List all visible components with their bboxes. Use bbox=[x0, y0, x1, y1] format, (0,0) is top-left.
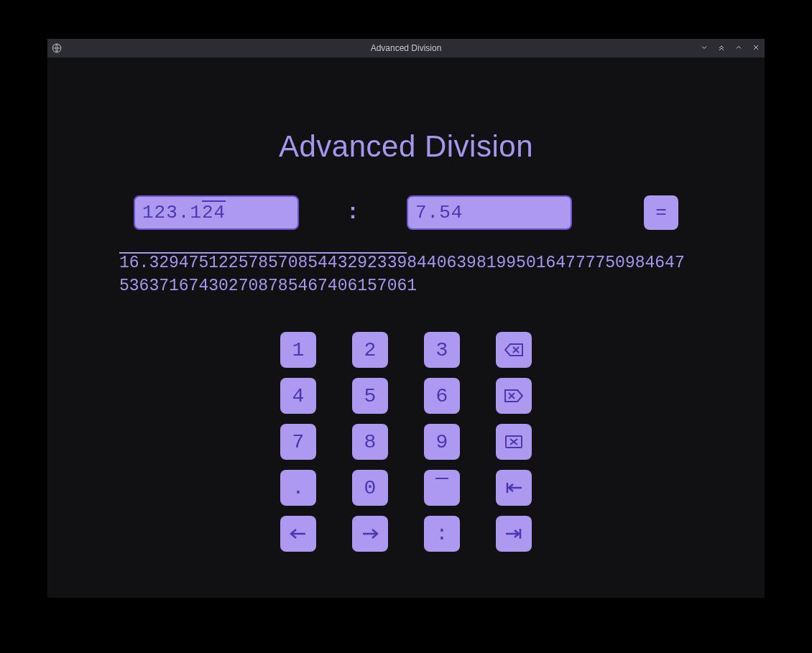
inputs-row: 123.124 : 7.54 = bbox=[47, 195, 765, 230]
window-maxstack-icon[interactable] bbox=[716, 43, 727, 54]
key-5[interactable]: 5 bbox=[352, 378, 388, 414]
result-area: 16.3294751225785708544329233984406398199… bbox=[119, 251, 693, 297]
key-home[interactable] bbox=[496, 470, 532, 506]
key-clear[interactable] bbox=[496, 424, 532, 460]
key-delete-forward[interactable] bbox=[496, 378, 532, 414]
keypad: 1 2 3 4 5 6 bbox=[47, 332, 765, 552]
app-window: Advanced Division Advanced Division 123.… bbox=[47, 39, 765, 598]
window-title: Advanced Division bbox=[47, 43, 765, 53]
key-1[interactable]: 1 bbox=[280, 332, 316, 368]
divisor-input[interactable]: 7.54 bbox=[407, 195, 572, 230]
divisor-value: 7.54 bbox=[415, 202, 463, 223]
key-4[interactable]: 4 bbox=[280, 378, 316, 414]
arrow-left-icon bbox=[289, 527, 308, 540]
key-3[interactable]: 3 bbox=[424, 332, 460, 368]
app-globe-icon bbox=[47, 43, 66, 53]
window-minimize-icon[interactable] bbox=[698, 43, 710, 54]
window-maximize-icon[interactable] bbox=[733, 43, 744, 54]
key-9[interactable]: 9 bbox=[424, 424, 460, 460]
titlebar: Advanced Division bbox=[47, 39, 765, 57]
key-7[interactable]: 7 bbox=[280, 424, 316, 460]
key-dot[interactable]: . bbox=[280, 470, 316, 506]
key-colon[interactable]: : bbox=[424, 516, 460, 552]
key-6[interactable]: 6 bbox=[424, 378, 460, 414]
clear-icon bbox=[504, 434, 524, 450]
dividend-period: 24 bbox=[202, 202, 226, 223]
backspace-icon bbox=[503, 341, 525, 358]
key-left[interactable] bbox=[280, 516, 316, 552]
arrow-right-icon bbox=[361, 527, 379, 540]
key-end[interactable] bbox=[496, 516, 532, 552]
arrow-end-icon bbox=[504, 527, 523, 540]
division-separator: : bbox=[299, 200, 407, 225]
page-title: Advanced Division bbox=[47, 57, 765, 164]
dividend-prefix: 123.1 bbox=[142, 202, 202, 223]
client-area: Advanced Division 123.124 : 7.54 = 16.32… bbox=[47, 57, 765, 598]
key-2[interactable]: 2 bbox=[352, 332, 388, 368]
key-right[interactable] bbox=[352, 516, 388, 552]
key-8[interactable]: 8 bbox=[352, 424, 388, 460]
arrow-home-icon bbox=[504, 481, 523, 494]
key-0[interactable]: 0 bbox=[352, 470, 388, 506]
equals-button[interactable]: = bbox=[644, 195, 678, 230]
result-period: 16.32947512257857085443292339 bbox=[119, 254, 407, 272]
key-overline[interactable] bbox=[424, 470, 460, 506]
window-controls bbox=[698, 39, 762, 57]
dividend-input[interactable]: 123.124 bbox=[134, 195, 299, 230]
window-close-icon[interactable] bbox=[750, 43, 762, 54]
delete-forward-icon bbox=[503, 387, 525, 404]
key-backspace[interactable] bbox=[496, 332, 532, 368]
